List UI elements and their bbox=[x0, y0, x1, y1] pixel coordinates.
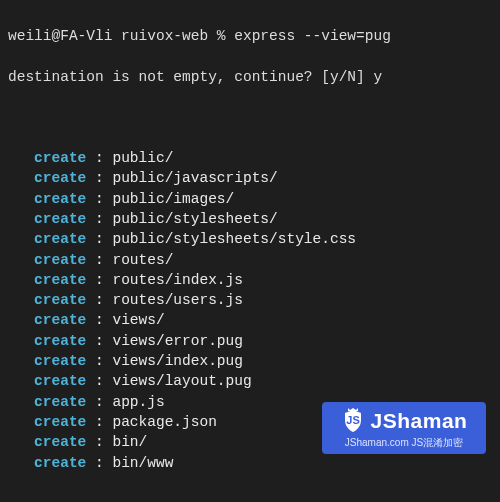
shell-prompt-line-2: destination is not empty, continue? [y/N… bbox=[8, 67, 492, 87]
create-keyword: create bbox=[8, 170, 86, 186]
create-line: create : public/ bbox=[8, 148, 492, 168]
create-path: : routes/ bbox=[86, 252, 173, 268]
create-keyword: create bbox=[8, 373, 86, 389]
create-path: : public/javascripts/ bbox=[86, 170, 277, 186]
create-line: create : routes/ bbox=[8, 250, 492, 270]
create-path: : package.json bbox=[86, 414, 217, 430]
watermark-title: JShaman bbox=[371, 406, 468, 435]
blank-line bbox=[8, 107, 492, 127]
create-keyword: create bbox=[8, 394, 86, 410]
create-keyword: create bbox=[8, 414, 86, 430]
create-path: : views/error.pug bbox=[86, 333, 243, 349]
create-line: create : views/ bbox=[8, 310, 492, 330]
create-line: create : routes/index.js bbox=[8, 270, 492, 290]
create-keyword: create bbox=[8, 211, 86, 227]
create-line: create : views/error.pug bbox=[8, 331, 492, 351]
create-path: : app.js bbox=[86, 394, 164, 410]
create-path: : views/layout.pug bbox=[86, 373, 251, 389]
create-path: : views/index.pug bbox=[86, 353, 243, 369]
create-path: : routes/index.js bbox=[86, 272, 243, 288]
create-keyword: create bbox=[8, 191, 86, 207]
create-path: : routes/users.js bbox=[86, 292, 243, 308]
create-line: create : routes/users.js bbox=[8, 290, 492, 310]
create-keyword: create bbox=[8, 434, 86, 450]
blank-line bbox=[8, 493, 492, 502]
svg-text:JS: JS bbox=[346, 414, 359, 426]
create-line: create : views/layout.pug bbox=[8, 371, 492, 391]
create-path: : public/images/ bbox=[86, 191, 234, 207]
create-line: create : public/stylesheets/style.css bbox=[8, 229, 492, 249]
create-path: : views/ bbox=[86, 312, 164, 328]
watermark-subtitle: JShaman.com JS混淆加密 bbox=[345, 436, 463, 450]
create-path: : public/stylesheets/ bbox=[86, 211, 277, 227]
create-path: : public/stylesheets/style.css bbox=[86, 231, 356, 247]
create-keyword: create bbox=[8, 333, 86, 349]
create-keyword: create bbox=[8, 252, 86, 268]
create-path: : bin/www bbox=[86, 455, 173, 471]
create-keyword: create bbox=[8, 150, 86, 166]
create-keyword: create bbox=[8, 312, 86, 328]
create-keyword: create bbox=[8, 292, 86, 308]
create-path: : public/ bbox=[86, 150, 173, 166]
create-keyword: create bbox=[8, 353, 86, 369]
jshaman-watermark: JS JShaman JShaman.com JS混淆加密 bbox=[322, 402, 486, 454]
create-line: create : views/index.pug bbox=[8, 351, 492, 371]
shell-prompt-line-1: weili@FA-Vli ruivox-web % express --view… bbox=[8, 26, 492, 46]
create-keyword: create bbox=[8, 231, 86, 247]
create-path: : bin/ bbox=[86, 434, 147, 450]
create-keyword: create bbox=[8, 455, 86, 471]
create-line: create : bin/www bbox=[8, 453, 492, 473]
create-line: create : public/javascripts/ bbox=[8, 168, 492, 188]
shield-crown-icon: JS bbox=[341, 407, 365, 433]
create-keyword: create bbox=[8, 272, 86, 288]
create-line: create : public/stylesheets/ bbox=[8, 209, 492, 229]
create-line: create : public/images/ bbox=[8, 189, 492, 209]
